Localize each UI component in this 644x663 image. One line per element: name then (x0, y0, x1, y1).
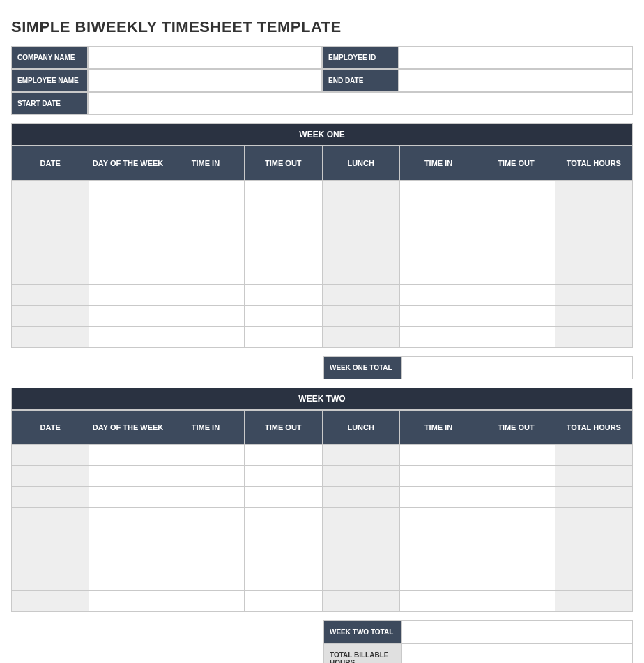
cell-time-out-2[interactable] (477, 445, 555, 466)
cell-lunch[interactable] (322, 222, 399, 243)
cell-day[interactable] (89, 201, 167, 222)
cell-time-out-2[interactable] (477, 222, 555, 243)
cell-date[interactable] (12, 181, 89, 201)
cell-date[interactable] (12, 570, 89, 591)
cell-time-out-1[interactable] (245, 487, 322, 508)
cell-time-out-1[interactable] (245, 570, 322, 591)
cell-time-in-2[interactable] (399, 528, 477, 549)
cell-day[interactable] (89, 570, 167, 591)
cell-date[interactable] (12, 264, 89, 285)
cell-time-in-1[interactable] (167, 591, 244, 612)
cell-time-in-1[interactable] (167, 285, 244, 306)
cell-time-out-2[interactable] (477, 181, 555, 201)
cell-date[interactable] (12, 591, 89, 612)
cell-day[interactable] (89, 591, 167, 612)
cell-total-hours[interactable] (555, 570, 632, 591)
cell-date[interactable] (12, 549, 89, 570)
cell-time-out-2[interactable] (477, 549, 555, 570)
employee-name-input[interactable] (88, 69, 322, 92)
cell-time-out-2[interactable] (477, 201, 555, 222)
cell-time-out-1[interactable] (245, 201, 322, 222)
cell-lunch[interactable] (322, 445, 399, 466)
cell-time-in-2[interactable] (399, 243, 477, 264)
cell-time-out-2[interactable] (477, 264, 555, 285)
cell-day[interactable] (89, 327, 167, 348)
cell-time-out-2[interactable] (477, 487, 555, 508)
cell-time-in-1[interactable] (167, 528, 244, 549)
total-billable-value[interactable] (401, 643, 633, 663)
cell-time-out-1[interactable] (245, 508, 322, 528)
cell-day[interactable] (89, 264, 167, 285)
cell-total-hours[interactable] (555, 264, 632, 285)
cell-time-in-2[interactable] (399, 549, 477, 570)
start-date-input[interactable] (88, 92, 633, 115)
cell-time-in-1[interactable] (167, 201, 244, 222)
cell-day[interactable] (89, 285, 167, 306)
cell-total-hours[interactable] (555, 306, 632, 327)
cell-time-in-2[interactable] (399, 487, 477, 508)
cell-time-in-1[interactable] (167, 264, 244, 285)
cell-date[interactable] (12, 508, 89, 528)
cell-time-in-2[interactable] (399, 327, 477, 348)
cell-lunch[interactable] (322, 243, 399, 264)
company-name-input[interactable] (88, 46, 322, 69)
cell-time-in-1[interactable] (167, 570, 244, 591)
cell-total-hours[interactable] (555, 487, 632, 508)
cell-total-hours[interactable] (555, 181, 632, 201)
cell-time-out-1[interactable] (245, 445, 322, 466)
cell-day[interactable] (89, 222, 167, 243)
cell-time-out-1[interactable] (245, 306, 322, 327)
cell-time-in-1[interactable] (167, 222, 244, 243)
cell-day[interactable] (89, 549, 167, 570)
cell-time-out-2[interactable] (477, 285, 555, 306)
cell-lunch[interactable] (322, 508, 399, 528)
cell-time-in-1[interactable] (167, 327, 244, 348)
cell-lunch[interactable] (322, 306, 399, 327)
cell-lunch[interactable] (322, 201, 399, 222)
cell-time-out-2[interactable] (477, 570, 555, 591)
cell-day[interactable] (89, 508, 167, 528)
cell-time-in-2[interactable] (399, 570, 477, 591)
cell-time-out-2[interactable] (477, 466, 555, 487)
cell-time-out-2[interactable] (477, 306, 555, 327)
cell-date[interactable] (12, 445, 89, 466)
cell-time-out-1[interactable] (245, 528, 322, 549)
cell-date[interactable] (12, 487, 89, 508)
cell-total-hours[interactable] (555, 508, 632, 528)
cell-time-in-1[interactable] (167, 549, 244, 570)
cell-time-in-2[interactable] (399, 201, 477, 222)
cell-total-hours[interactable] (555, 466, 632, 487)
cell-total-hours[interactable] (555, 327, 632, 348)
cell-lunch[interactable] (322, 327, 399, 348)
cell-time-out-2[interactable] (477, 327, 555, 348)
cell-time-in-2[interactable] (399, 306, 477, 327)
cell-time-out-1[interactable] (245, 327, 322, 348)
cell-time-in-1[interactable] (167, 243, 244, 264)
cell-day[interactable] (89, 306, 167, 327)
cell-time-out-1[interactable] (245, 264, 322, 285)
cell-date[interactable] (12, 528, 89, 549)
cell-total-hours[interactable] (555, 445, 632, 466)
cell-time-in-1[interactable] (167, 181, 244, 201)
cell-day[interactable] (89, 528, 167, 549)
cell-time-out-1[interactable] (245, 466, 322, 487)
cell-total-hours[interactable] (555, 222, 632, 243)
cell-total-hours[interactable] (555, 549, 632, 570)
cell-time-in-1[interactable] (167, 508, 244, 528)
cell-time-in-2[interactable] (399, 591, 477, 612)
cell-time-in-2[interactable] (399, 508, 477, 528)
cell-date[interactable] (12, 285, 89, 306)
cell-lunch[interactable] (322, 528, 399, 549)
cell-time-out-1[interactable] (245, 549, 322, 570)
cell-time-in-1[interactable] (167, 306, 244, 327)
week-one-total-value[interactable] (401, 356, 633, 379)
cell-day[interactable] (89, 487, 167, 508)
end-date-input[interactable] (399, 69, 633, 92)
cell-total-hours[interactable] (555, 528, 632, 549)
cell-lunch[interactable] (322, 264, 399, 285)
cell-time-in-2[interactable] (399, 222, 477, 243)
cell-time-out-1[interactable] (245, 285, 322, 306)
cell-total-hours[interactable] (555, 285, 632, 306)
cell-date[interactable] (12, 306, 89, 327)
cell-time-out-2[interactable] (477, 528, 555, 549)
